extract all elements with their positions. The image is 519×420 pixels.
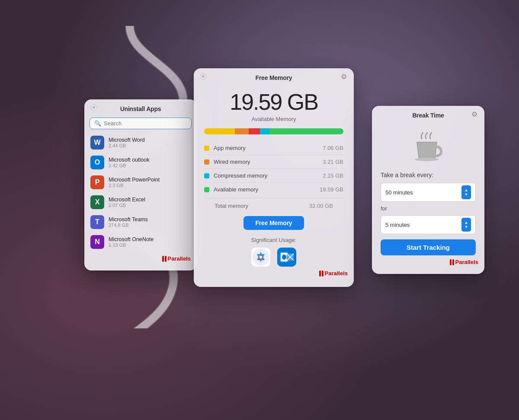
break-footer: Parallels <box>372 255 484 267</box>
legend-dot <box>204 146 209 151</box>
app-name: Microsoft OneNote <box>109 236 191 242</box>
uninstall-header: ✕ Uninstall Apps <box>84 99 197 116</box>
search-bar[interactable]: 🔍 <box>90 118 192 129</box>
significant-label: Significant Usage: <box>194 237 354 243</box>
break-description: Take a break every: <box>381 172 476 178</box>
coffee-icon-wrap <box>372 131 484 165</box>
app-icon-x: X <box>90 195 104 209</box>
close-button[interactable]: ✕ <box>90 104 97 111</box>
parallels-bars-icon-break <box>450 259 454 265</box>
app-size: 2.3 GB <box>109 183 191 188</box>
legend-name: Wired memory <box>214 159 323 165</box>
interval-value: 50 minutes <box>385 189 413 196</box>
memory-bar-segment <box>269 128 343 134</box>
app-size: 2.42 GB <box>109 163 191 168</box>
memory-header: ✕ Free Memory ⚙ <box>194 68 354 85</box>
interval-select[interactable]: 50 minutes ▲ ▼ <box>381 183 476 202</box>
app-icon-o: O <box>90 156 104 169</box>
free-memory-panel: ✕ Free Memory ⚙ 19.59 GB Available Memor… <box>194 68 354 287</box>
app-icon-p: P <box>90 175 104 189</box>
memory-value: 19.59 GB <box>194 89 354 115</box>
memory-bar-segment <box>249 128 260 134</box>
parallels-bar-2 <box>165 256 167 262</box>
legend-dot <box>204 159 209 165</box>
svg-point-8 <box>260 256 262 258</box>
free-memory-button[interactable]: Free Memory <box>243 216 304 230</box>
search-input[interactable] <box>104 120 187 127</box>
app-icon-w: W <box>90 136 104 150</box>
parallels-logo-break: Parallels <box>450 259 479 265</box>
parallels-bar-b1 <box>450 259 452 265</box>
app-item[interactable]: P Microsoft PowerPoint 2.3 GB <box>84 172 197 192</box>
app-name: Microsoft outlook <box>109 157 191 163</box>
memory-close-button[interactable]: ✕ <box>200 73 207 80</box>
app-name: Microsoft Excel <box>109 197 191 203</box>
parallels-wordmark-break: Parallels <box>455 259 479 265</box>
app-item[interactable]: T Microsoft Teams 274.8 GB <box>84 212 197 232</box>
legend-value: 2.15 GB <box>323 172 343 179</box>
start-tracking-button[interactable]: Start Tracking <box>381 239 476 255</box>
outlook-icon <box>277 248 296 267</box>
memory-total-row: Total memory 32.00 GB <box>204 198 343 209</box>
memory-footer: Parallels <box>194 267 354 278</box>
app-icon-letter: O <box>95 159 100 166</box>
app-icon-letter: X <box>95 198 100 206</box>
duration-stepper[interactable]: ▲ ▼ <box>461 218 471 232</box>
parallels-bar-1 <box>162 256 164 262</box>
duration-select[interactable]: 5 minutes ▲ ▼ <box>381 215 476 234</box>
parallels-logo: Parallels <box>162 255 191 262</box>
legend-name: Compressed memory <box>214 172 323 179</box>
app-name: Microsoft Teams <box>109 216 191 223</box>
legend-dot <box>204 173 209 178</box>
significant-apps <box>194 248 354 267</box>
memory-bar-segment <box>260 128 270 134</box>
app-icon-letter: P <box>95 178 100 186</box>
app-item[interactable]: X Microsoft Excel 2.07 GB <box>84 192 197 212</box>
memory-legend: App memory 7.06 GB Wired memory 3.21 GB … <box>204 141 343 196</box>
svg-point-16 <box>415 158 439 161</box>
search-icon: 🔍 <box>94 120 101 127</box>
memory-gear-icon[interactable]: ⚙ <box>340 73 348 80</box>
uninstall-apps-panel: ✕ Uninstall Apps 🔍 W Microsoft Word 2.44… <box>84 99 197 270</box>
total-value: 32.00 GB <box>309 203 333 209</box>
legend-item: Compressed memory 2.15 GB <box>204 169 343 183</box>
total-label: Total memory <box>215 203 309 209</box>
legend-item: Wired memory 3.21 GB <box>204 155 343 169</box>
parallels-wordmark: Parallels <box>168 255 191 262</box>
app-info: Microsoft Teams 274.8 GB <box>109 216 191 228</box>
safari-icon <box>251 248 270 267</box>
uninstall-title: Uninstall Apps <box>120 105 161 112</box>
parallels-bars-icon <box>162 256 167 262</box>
app-icon-letter: W <box>94 139 100 146</box>
svg-point-12 <box>282 255 286 260</box>
app-size: 2.07 GB <box>109 203 191 208</box>
parallels-bar-m2 <box>322 270 324 277</box>
windows-container: ✕ Uninstall Apps 🔍 W Microsoft Word 2.44… <box>0 0 519 420</box>
app-icon-t: T <box>90 215 104 229</box>
app-item[interactable]: N Microsoft OneNote 1.13 GB <box>84 232 197 252</box>
parallels-bar-m1 <box>319 270 321 277</box>
break-time-panel: Break Time ⚙ Take a break every: 50 minu… <box>372 106 484 274</box>
parallels-wordmark-memory: Parallels <box>325 270 348 277</box>
memory-available-label: Available Memory <box>194 116 354 122</box>
legend-item: Available memory 19.59 GB <box>204 183 343 196</box>
app-icon-n: N <box>90 235 104 249</box>
app-list: W Microsoft Word 2.44 GB O Microsoft out… <box>84 133 197 252</box>
break-title: Break Time <box>412 112 444 119</box>
app-item[interactable]: W Microsoft Word 2.44 GB <box>84 133 197 153</box>
app-name: Microsoft PowerPoint <box>109 177 191 183</box>
app-item[interactable]: O Microsoft outlook 2.42 GB <box>84 153 197 172</box>
legend-value: 19.59 GB <box>320 186 343 193</box>
break-gear-icon[interactable]: ⚙ <box>471 110 478 118</box>
memory-bar <box>204 128 343 134</box>
memory-title: Free Memory <box>256 74 292 81</box>
interval-stepper[interactable]: ▲ ▼ <box>461 185 471 199</box>
app-size: 2.44 GB <box>109 143 191 148</box>
app-info: Microsoft PowerPoint 2.3 GB <box>109 177 191 188</box>
app-info: Microsoft Word 2.44 GB <box>109 137 191 148</box>
legend-value: 3.21 GB <box>323 159 343 165</box>
uninstall-footer: Parallels <box>84 252 197 264</box>
parallels-logo-memory: Parallels <box>319 270 348 277</box>
legend-name: App memory <box>214 145 323 151</box>
app-icon-letter: T <box>95 218 99 226</box>
